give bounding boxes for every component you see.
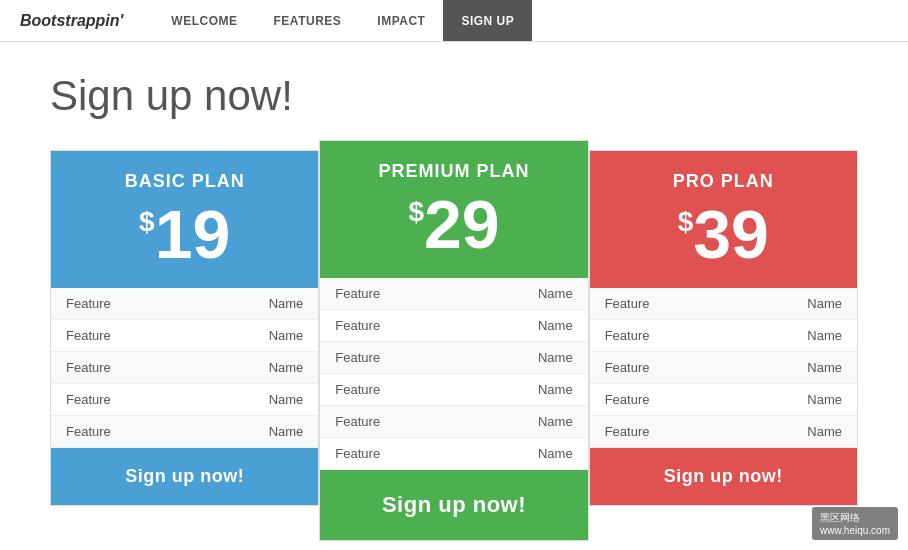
feature-value: Name (538, 414, 573, 429)
feature-label: Feature (335, 286, 380, 301)
feature-value: Name (538, 286, 573, 301)
nav-link-features[interactable]: FEATURES (256, 0, 360, 41)
feature-label: Feature (66, 296, 111, 311)
feature-label: Feature (605, 424, 650, 439)
plan-card-basic: BASIC PLAN$19FeatureNameFeatureNameFeatu… (50, 150, 319, 506)
nav-link-welcome[interactable]: WELCOME (153, 0, 255, 41)
feature-value: Name (269, 296, 304, 311)
feature-value: Name (538, 318, 573, 333)
plan-price-basic: $19 (66, 200, 303, 268)
nav-link-impact[interactable]: IMPACT (359, 0, 443, 41)
list-item: FeatureName (590, 320, 857, 352)
feature-value: Name (269, 424, 304, 439)
list-item: FeatureName (590, 352, 857, 384)
feature-label: Feature (335, 350, 380, 365)
feature-value: Name (269, 360, 304, 375)
feature-label: Feature (66, 328, 111, 343)
list-item: FeatureName (590, 384, 857, 416)
plan-name-basic: BASIC PLAN (66, 171, 303, 192)
list-item: FeatureName (51, 352, 318, 384)
plan-name-pro: PRO PLAN (605, 171, 842, 192)
list-item: FeatureName (590, 288, 857, 320)
features-list-premium: FeatureNameFeatureNameFeatureNameFeature… (320, 278, 587, 470)
feature-value: Name (807, 392, 842, 407)
plan-currency-pro: $ (678, 206, 694, 238)
feature-value: Name (269, 328, 304, 343)
feature-value: Name (538, 350, 573, 365)
features-list-pro: FeatureNameFeatureNameFeatureNameFeature… (590, 288, 857, 448)
list-item: FeatureName (51, 288, 318, 320)
nav-links: WELCOMEFEATURESIMPACTSIGN UP (153, 0, 532, 41)
plan-header-basic: BASIC PLAN$19 (51, 151, 318, 288)
plan-card-premium: PREMIUM PLAN$29FeatureNameFeatureNameFea… (319, 140, 588, 541)
list-item: FeatureName (320, 310, 587, 342)
signup-button-pro[interactable]: Sign up now! (590, 448, 857, 505)
feature-label: Feature (605, 296, 650, 311)
list-item: FeatureName (320, 438, 587, 470)
feature-label: Feature (66, 392, 111, 407)
page-content: Sign up now! BASIC PLAN$19FeatureNameFea… (0, 42, 908, 550)
feature-value: Name (807, 360, 842, 375)
list-item: FeatureName (51, 320, 318, 352)
list-item: FeatureName (590, 416, 857, 448)
navigation: Bootstrappin' WELCOMEFEATURESIMPACTSIGN … (0, 0, 908, 42)
list-item: FeatureName (320, 406, 587, 438)
plan-header-pro: PRO PLAN$39 (590, 151, 857, 288)
plan-amount-basic: 19 (155, 200, 231, 268)
feature-label: Feature (335, 382, 380, 397)
list-item: FeatureName (320, 278, 587, 310)
signup-button-premium[interactable]: Sign up now! (320, 470, 587, 540)
feature-value: Name (807, 424, 842, 439)
feature-label: Feature (605, 392, 650, 407)
plan-amount-premium: 29 (424, 190, 500, 258)
feature-label: Feature (66, 424, 111, 439)
feature-label: Feature (66, 360, 111, 375)
feature-value: Name (269, 392, 304, 407)
list-item: FeatureName (320, 342, 587, 374)
list-item: FeatureName (51, 416, 318, 448)
plan-currency-premium: $ (408, 196, 424, 228)
feature-value: Name (538, 382, 573, 397)
nav-logo: Bootstrappin' (20, 12, 123, 30)
feature-label: Feature (605, 328, 650, 343)
feature-label: Feature (335, 318, 380, 333)
list-item: FeatureName (320, 374, 587, 406)
feature-label: Feature (335, 446, 380, 461)
plan-name-premium: PREMIUM PLAN (335, 161, 572, 182)
feature-value: Name (538, 446, 573, 461)
plan-amount-pro: 39 (693, 200, 769, 268)
plan-price-premium: $29 (335, 190, 572, 258)
nav-link-signup[interactable]: SIGN UP (443, 0, 532, 41)
page-title: Sign up now! (50, 72, 858, 120)
plan-card-pro: PRO PLAN$39FeatureNameFeatureNameFeature… (589, 150, 858, 506)
feature-label: Feature (335, 414, 380, 429)
pricing-grid: BASIC PLAN$19FeatureNameFeatureNameFeatu… (50, 150, 858, 541)
features-list-basic: FeatureNameFeatureNameFeatureNameFeature… (51, 288, 318, 448)
signup-button-basic[interactable]: Sign up now! (51, 448, 318, 505)
list-item: FeatureName (51, 384, 318, 416)
feature-value: Name (807, 296, 842, 311)
plan-price-pro: $39 (605, 200, 842, 268)
feature-value: Name (807, 328, 842, 343)
plan-currency-basic: $ (139, 206, 155, 238)
plan-header-premium: PREMIUM PLAN$29 (320, 141, 587, 278)
feature-label: Feature (605, 360, 650, 375)
